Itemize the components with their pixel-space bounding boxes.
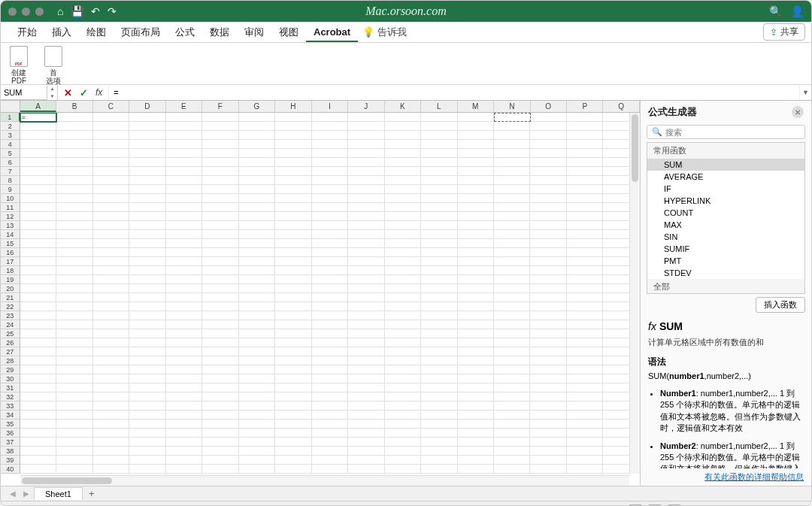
- add-sheet-icon[interactable]: +: [84, 488, 99, 499]
- column-header[interactable]: F: [202, 101, 238, 112]
- cell[interactable]: [421, 392, 457, 401]
- close-window-icon[interactable]: [8, 8, 17, 16]
- name-box[interactable]: SUM: [1, 85, 47, 100]
- cell[interactable]: [275, 149, 311, 158]
- cell[interactable]: [93, 420, 129, 429]
- cell[interactable]: [458, 140, 494, 149]
- cell[interactable]: [93, 311, 129, 320]
- function-list-item[interactable]: IF: [647, 183, 804, 195]
- cell[interactable]: [166, 311, 202, 320]
- cell[interactable]: [56, 311, 92, 320]
- cell[interactable]: [202, 167, 238, 176]
- cell[interactable]: [56, 392, 92, 401]
- cell[interactable]: [275, 293, 311, 302]
- cell[interactable]: [458, 185, 494, 194]
- column-header[interactable]: B: [56, 101, 92, 112]
- cell[interactable]: [567, 284, 603, 293]
- cell[interactable]: [202, 266, 238, 275]
- cell[interactable]: [202, 320, 238, 329]
- cell[interactable]: [56, 429, 92, 438]
- cell[interactable]: [385, 420, 421, 429]
- cell[interactable]: [530, 293, 566, 302]
- cell[interactable]: [312, 194, 348, 203]
- cell[interactable]: [348, 257, 384, 266]
- cell[interactable]: [202, 185, 238, 194]
- cell[interactable]: [166, 230, 202, 239]
- cell[interactable]: [494, 447, 530, 456]
- cell[interactable]: [166, 365, 202, 374]
- cell[interactable]: [56, 284, 92, 293]
- cell[interactable]: [56, 194, 92, 203]
- cell[interactable]: [56, 185, 92, 194]
- cell[interactable]: [20, 392, 56, 401]
- cell[interactable]: [385, 347, 421, 356]
- fx-icon[interactable]: fx: [95, 87, 102, 98]
- row-header[interactable]: 37: [1, 438, 20, 447]
- cell[interactable]: [567, 266, 603, 275]
- cell[interactable]: [20, 311, 56, 320]
- cell[interactable]: [20, 194, 56, 203]
- cell[interactable]: [421, 203, 457, 212]
- cell[interactable]: [93, 401, 129, 411]
- cell[interactable]: [421, 365, 457, 374]
- cell[interactable]: [458, 365, 494, 374]
- cell[interactable]: [421, 176, 457, 185]
- cell[interactable]: [530, 194, 566, 203]
- cell[interactable]: [166, 438, 202, 447]
- cell[interactable]: [275, 447, 311, 456]
- cell[interactable]: [202, 293, 238, 302]
- cell[interactable]: [166, 411, 202, 420]
- cell[interactable]: [275, 383, 311, 392]
- cell[interactable]: [348, 465, 384, 474]
- share-button[interactable]: ⇪ 共享: [763, 23, 805, 41]
- cell[interactable]: [202, 176, 238, 185]
- cell[interactable]: [530, 185, 566, 194]
- cell[interactable]: [421, 221, 457, 230]
- cell[interactable]: [202, 465, 238, 474]
- cell[interactable]: [202, 420, 238, 429]
- cell[interactable]: [348, 140, 384, 149]
- cell[interactable]: [93, 203, 129, 212]
- cell[interactable]: [530, 311, 566, 320]
- cell[interactable]: [348, 185, 384, 194]
- cell[interactable]: [348, 221, 384, 230]
- cell[interactable]: [166, 194, 202, 203]
- cell[interactable]: [312, 158, 348, 167]
- cell[interactable]: [494, 221, 530, 230]
- column-header[interactable]: Q: [603, 101, 639, 112]
- cell[interactable]: [239, 401, 275, 411]
- cell[interactable]: [458, 293, 494, 302]
- spreadsheet-grid[interactable]: ABCDEFGHIJKLMNOPQ 1=23456789101112131415…: [1, 101, 640, 486]
- cell[interactable]: [385, 329, 421, 338]
- row-header[interactable]: 36: [1, 429, 20, 438]
- cell[interactable]: [129, 383, 165, 392]
- cell[interactable]: [348, 176, 384, 185]
- cell[interactable]: [458, 113, 494, 122]
- cell[interactable]: [385, 131, 421, 140]
- cell[interactable]: [93, 257, 129, 266]
- cell[interactable]: [530, 158, 566, 167]
- cell[interactable]: [20, 185, 56, 194]
- cell[interactable]: [421, 212, 457, 221]
- cell[interactable]: [530, 122, 566, 131]
- cell[interactable]: [239, 203, 275, 212]
- cell[interactable]: [348, 266, 384, 275]
- cell[interactable]: [421, 185, 457, 194]
- cell[interactable]: [494, 338, 530, 347]
- cell[interactable]: [93, 140, 129, 149]
- cell[interactable]: [239, 456, 275, 465]
- cell[interactable]: [567, 158, 603, 167]
- cell[interactable]: [458, 176, 494, 185]
- cell[interactable]: [494, 293, 530, 302]
- row-header[interactable]: 38: [1, 447, 20, 456]
- function-list-item[interactable]: PMT: [647, 255, 804, 267]
- cell[interactable]: [312, 347, 348, 356]
- cell[interactable]: [567, 176, 603, 185]
- cell[interactable]: [239, 302, 275, 311]
- cell[interactable]: [530, 176, 566, 185]
- cell[interactable]: [56, 212, 92, 221]
- cell[interactable]: [166, 320, 202, 329]
- cell[interactable]: [93, 465, 129, 474]
- cell[interactable]: [348, 194, 384, 203]
- cell[interactable]: [56, 131, 92, 140]
